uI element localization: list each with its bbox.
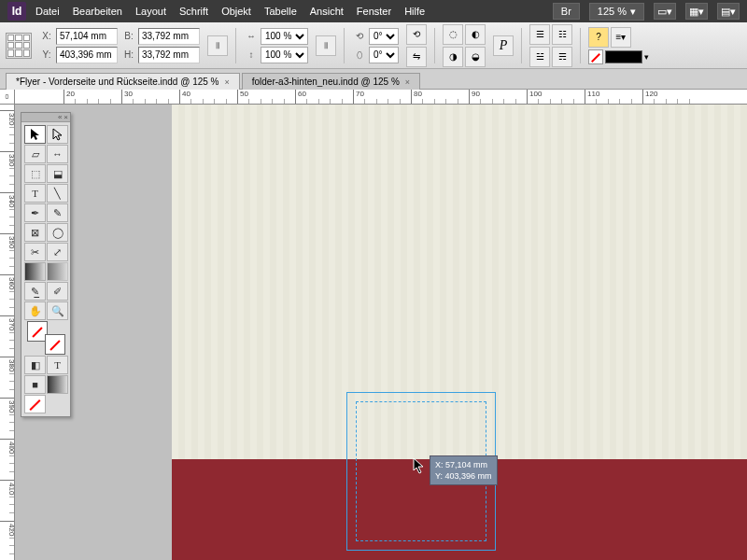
tip-x-label: X: [435,460,444,469]
zoom-value: 125 % [598,6,627,17]
apply-color-icon[interactable]: ■ [24,375,46,394]
titlebar-right: Br 125 % ▾ ▭▾ ▦▾ ▤▾ [553,3,740,21]
width-input[interactable] [138,28,200,45]
direct-selection-tool[interactable] [47,125,68,144]
close-icon[interactable]: × [63,113,68,121]
ruler-origin[interactable]: 0 [0,90,15,105]
align-2-icon[interactable]: ☷ [552,24,572,45]
menu-datei[interactable]: Datei [35,6,60,17]
shear-select[interactable]: 0° [369,47,399,63]
app-logo: Id [7,2,26,21]
page-tool[interactable]: ▱ [24,145,46,163]
menu-ansicht[interactable]: Ansicht [310,6,344,17]
y-input[interactable] [56,47,118,63]
dropdown-icon[interactable]: ▾ [644,52,649,62]
canvas[interactable]: X: 57,104 mm Y: 403,396 mm [15,105,747,560]
gap-tool[interactable]: ↔ [47,145,68,163]
h-label: H: [121,48,136,63]
toolbox-panel[interactable]: «× ▱ ↔ ⬚ ⬓ T ╲ ✒ ✎ ⊠ ◯ ✂ ⤢ ✎̲ ✐ ✋ 🔍 ◧ T … [21,112,71,417]
workspace-icon[interactable]: ▤▾ [717,3,740,20]
pathfinder-3-icon[interactable]: ◑ [443,47,463,67]
type-tool[interactable]: T [24,184,46,203]
app-titlebar: Id Datei Bearbeiten Layout Schrift Objek… [0,0,747,22]
scissors-tool[interactable]: ✂ [24,243,46,261]
height-input[interactable] [138,47,200,63]
stroke-weight-icon[interactable]: ≡▾ [611,27,631,48]
collapse-icon[interactable]: « [58,113,62,121]
selection-tool[interactable] [24,125,46,144]
align-4-icon[interactable]: ☴ [552,47,572,67]
menu-fenster[interactable]: Fenster [357,6,391,17]
close-icon[interactable]: × [405,77,410,87]
fill-stroke-swatches[interactable] [24,321,68,355]
pencil-tool[interactable]: ✎ [47,203,68,222]
rotate-ccw-icon[interactable]: ⟲ [406,24,427,45]
arrange-icon[interactable]: ▦▾ [685,3,708,20]
menu-layout[interactable]: Layout [135,6,166,17]
close-icon[interactable]: × [224,77,229,87]
menu-hilfe[interactable]: Hilfe [404,6,425,17]
free-transform-tool[interactable]: ⤢ [47,243,68,261]
main-menu: Datei Bearbeiten Layout Schrift Objekt T… [35,6,425,17]
content-collector-tool[interactable]: ⬚ [24,164,46,183]
character-panel-icon[interactable]: P [493,35,514,56]
scale-y-select[interactable]: 100 % [261,47,308,63]
align-1-icon[interactable]: ☰ [529,24,550,45]
rectangle-frame-tool[interactable]: ⊠ [24,223,46,242]
ellipse-tool[interactable]: ◯ [47,223,68,242]
screen-mode-icon[interactable]: ▭▾ [654,3,676,20]
scale-x-select[interactable]: 100 % [261,28,308,45]
tab-label: *Flyer - Vorderseite und Rückseite.indd … [16,77,218,87]
pathfinder-4-icon[interactable]: ◒ [465,47,486,67]
scale-y-icon: ↕ [244,48,259,63]
tab-folder[interactable]: folder-a3-hinten_neu.indd @ 125 %× [242,73,420,90]
control-bar: X: B: Y: H: ⦀ ↔100 % ↕100 % ⦀ ⟲0° ⬯0° ⟲ … [0,22,747,69]
eyedropper-tool[interactable]: ✐ [47,282,68,301]
rotate-select[interactable]: 0° [369,28,399,45]
note-tool[interactable]: ✎̲ [24,282,46,301]
menu-objekt[interactable]: Objekt [221,6,251,17]
zoom-tool[interactable]: 🔍 [47,301,68,320]
position-fields: X: B: Y: H: [39,28,200,63]
x-label: X: [39,29,54,44]
pathfinder-1-icon[interactable]: ◌ [443,24,463,45]
scale-x-icon: ↔ [244,29,259,44]
apply-gradient-icon[interactable] [47,375,68,394]
menu-bearbeiten[interactable]: Bearbeiten [73,6,122,17]
menu-tabelle[interactable]: Tabelle [264,6,297,17]
help-icon[interactable]: ? [588,27,609,48]
apply-color-text-icon[interactable]: T [47,356,68,374]
align-3-icon[interactable]: ☱ [529,47,550,67]
tab-flyer[interactable]: *Flyer - Vorderseite und Rückseite.indd … [6,73,240,90]
pen-tool[interactable]: ✒ [24,203,46,222]
workspace: 0 2030405060708090100110120 320330340350… [0,90,747,560]
constrain-scale-icon[interactable]: ⦀ [316,35,336,56]
shear-icon: ⬯ [352,48,367,63]
flip-icon[interactable]: ⇋ [406,47,427,67]
stroke-color-swatch[interactable] [605,50,642,63]
apply-none-icon[interactable] [24,395,46,413]
y-label: Y: [39,48,54,63]
document-tabbar: *Flyer - Vorderseite und Rückseite.indd … [0,69,747,90]
hand-tool[interactable]: ✋ [24,301,46,320]
zoom-select[interactable]: 125 % ▾ [589,3,644,21]
gradient-feather-tool[interactable] [47,262,68,281]
rotate-icon: ⟲ [352,29,367,44]
fill-none-icon[interactable] [588,49,603,64]
apply-color-box-icon[interactable]: ◧ [24,356,46,374]
cursor-coord-tooltip: X: 57,104 mm Y: 403,396 mm [430,455,498,485]
x-input[interactable] [56,28,118,45]
tip-y-value: 403,396 mm [445,471,492,481]
line-tool[interactable]: ╲ [47,184,68,203]
horizontal-ruler[interactable]: 2030405060708090100110120 [15,90,747,105]
pathfinder-2-icon[interactable]: ◐ [465,24,486,45]
reference-point-grid[interactable] [6,33,32,59]
cursor-icon [413,457,426,474]
constrain-wh-icon[interactable]: ⦀ [207,35,228,56]
content-placer-tool[interactable]: ⬓ [47,164,68,183]
menu-schrift[interactable]: Schrift [179,6,208,17]
gradient-swatch-tool[interactable] [24,262,46,281]
vertical-ruler[interactable]: 320330340350360370380390400410420430 [0,105,15,560]
tab-label: folder-a3-hinten_neu.indd @ 125 % [252,77,400,87]
bridge-button[interactable]: Br [553,3,580,20]
